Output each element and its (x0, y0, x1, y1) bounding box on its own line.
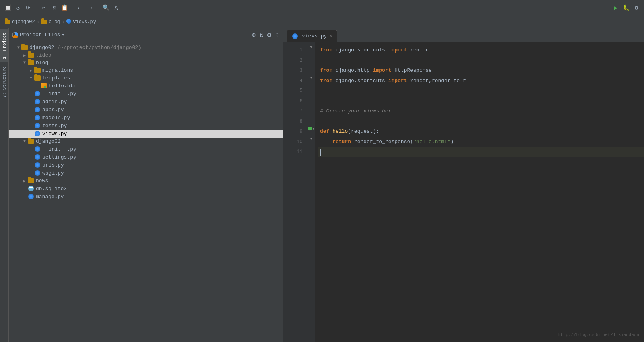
arrow-django02-sub (21, 139, 28, 143)
tree-item-django02-root[interactable]: django02 (~/project/python/django02) (9, 44, 283, 51)
sidebar-item-project[interactable]: 1: Project (0, 29, 8, 62)
code-content[interactable]: from django.shortcuts import render from… (315, 42, 644, 342)
toolbar-sep-3 (98, 4, 98, 12)
py-icon-wsgi (34, 170, 41, 176)
project-files-dropdown[interactable]: Project Files ▾ (12, 32, 64, 38)
toolbar-run-btn[interactable]: ▶ (611, 4, 620, 12)
label-models-py: models.py (42, 115, 70, 121)
tab-close-views-py[interactable]: × (329, 34, 332, 39)
tree-item-views-py[interactable]: views.py (9, 130, 283, 138)
code-line-10: return render_to_response( "hello.html" … (318, 137, 644, 147)
line-num-10: 10 (283, 137, 307, 147)
gutter-2 (307, 53, 315, 63)
tree-item-admin-py[interactable]: admin.py (9, 98, 283, 106)
kw-import-1: import (388, 46, 407, 55)
tree-item-urls-py[interactable]: urls.py (9, 161, 283, 169)
toolbar-sep-4 (124, 4, 124, 12)
folder-icon-migrations (34, 68, 41, 73)
mod-django-http-3: django.http (332, 67, 373, 75)
settings-icon[interactable]: ⚙ (267, 30, 272, 40)
tree-item-blog[interactable]: blog (9, 59, 283, 67)
toolbar-btn-forward[interactable]: ⟶ (86, 4, 95, 12)
label-idea: .idea (36, 52, 51, 58)
toolbar-sep-1 (36, 4, 36, 12)
kw-import-3: import (373, 67, 392, 75)
code-line-1: from django.shortcuts import render (318, 45, 644, 56)
breadcrumb-sep-2: › (62, 19, 65, 25)
folder-icon-django02 (5, 20, 10, 24)
tree-item-db-sqlite3[interactable]: db.sqlite3 (9, 185, 283, 193)
py-icon-tab (292, 33, 298, 39)
breadcrumb-views-py[interactable]: views.py (66, 19, 96, 25)
arrow-news (21, 179, 28, 183)
add-file-icon[interactable]: ⊕ (251, 30, 256, 40)
code-line-11[interactable] (318, 147, 644, 157)
label-init-py-blog: __init__.py (42, 91, 76, 97)
kw-import-4: import (388, 77, 407, 85)
editor-tabs: views.py × (283, 28, 644, 42)
folder-icon-blog (28, 60, 34, 65)
tree-item-apps-py[interactable]: apps.py (9, 106, 283, 114)
toolbar-settings-btn[interactable]: ⚙ (632, 4, 641, 12)
breadcrumb: django02 › blog › views.py (0, 16, 644, 28)
tree-item-tests-py[interactable]: tests.py (9, 122, 283, 130)
label-blog: blog (36, 60, 48, 66)
gutter-area: ▼ ▼ ▼ (307, 42, 315, 342)
code-line-5 (318, 86, 644, 96)
folder-icon-django02-root (21, 45, 28, 50)
tree-item-wsgi-py[interactable]: wsgi.py (9, 169, 283, 177)
gutter-3 (307, 63, 315, 73)
toolbar-debug-btn[interactable]: 🐛 (622, 4, 630, 12)
tree-item-init-py-django02[interactable]: __init__.py (9, 145, 283, 153)
toolbar-font-btn[interactable]: A (112, 4, 121, 12)
comment-line-7: # Create your views here. (320, 107, 398, 116)
line-num-1: 1 (283, 45, 307, 56)
gutter-11 (307, 144, 315, 154)
toolbar-btn-6[interactable]: 📋 (60, 4, 69, 12)
py-icon-settings (34, 154, 41, 160)
filter-icon[interactable]: ⇅ (259, 30, 264, 40)
toolbar-btn-2[interactable]: ↺ (14, 4, 22, 12)
py-icon-models (34, 114, 41, 121)
scroll-icon[interactable]: ↕ (274, 31, 280, 39)
label-admin-py: admin.py (42, 99, 67, 105)
toolbar-search-btn[interactable]: 🔍 (101, 4, 110, 12)
line-num-11: 11 (283, 147, 307, 157)
tab-views-py[interactable]: views.py × (287, 30, 337, 42)
toolbar-btn-3[interactable]: ⟳ (24, 4, 33, 12)
kw-return-10: return (332, 138, 351, 146)
tree-item-django02-sub[interactable]: django02 (9, 138, 283, 145)
tree-item-migrations[interactable]: migrations (9, 67, 283, 74)
folder-icon-idea (28, 53, 34, 58)
toolbar-btn-5[interactable]: ⎘ (50, 4, 59, 12)
tree-item-idea[interactable]: .idea (9, 51, 283, 59)
tree-item-manage-py[interactable]: manage.py (9, 193, 283, 200)
string-hello-html: "hello.html" (413, 138, 451, 146)
mod-space-9 (329, 128, 332, 136)
line-num-4: 4 (283, 76, 307, 86)
py-icon-urls (34, 162, 41, 168)
file-panel: Project Files ▾ ⊕ ⇅ ⚙ ↕ django02 (~/proj… (9, 28, 283, 342)
mod-paren-9: ( (348, 128, 351, 136)
tree-item-hello-html[interactable]: hello.html (9, 82, 283, 90)
folder-icon-blog (41, 20, 47, 24)
breadcrumb-django02[interactable]: django02 (5, 19, 35, 25)
breadcrumb-blog[interactable]: blog (41, 19, 60, 25)
tree-item-news[interactable]: news (9, 177, 283, 185)
line-num-3: 3 (283, 66, 307, 76)
toolbar-btn-1[interactable]: 🔲 (3, 4, 12, 12)
folder-icon-templates (34, 75, 41, 81)
project-files-dropdown-arrow: ▾ (62, 32, 64, 37)
label-wsgi-py: wsgi.py (42, 170, 64, 176)
tree-item-settings-py[interactable]: settings.py (9, 153, 283, 161)
toolbar-btn-back[interactable]: ⟵ (76, 4, 84, 12)
tree-item-models-py[interactable]: models.py (9, 114, 283, 122)
mod-httpresponse: HttpResponse (391, 67, 431, 75)
tree-item-templates[interactable]: templates (9, 74, 283, 82)
kw-def-9: def (320, 128, 329, 136)
toolbar-btn-4[interactable]: ✂ (39, 4, 48, 12)
label-django02-root: django02 (~/project/python/django02) (29, 45, 141, 51)
sidebar-item-structure[interactable]: 7: Structure (0, 63, 8, 101)
kw-from-1: from (320, 46, 332, 55)
tree-item-init-py-blog[interactable]: __init__.py (9, 90, 283, 98)
